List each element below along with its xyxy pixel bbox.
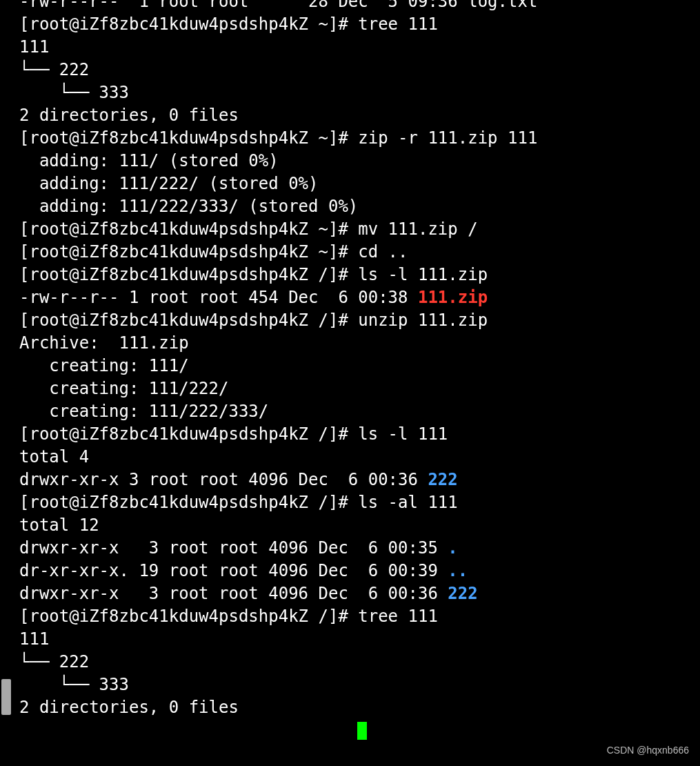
terminal-line: adding: 111/222/ (stored 0%) — [19, 173, 537, 195]
terminal-text: Archive: 111.zip — [19, 333, 189, 353]
terminal-text: adding: 111/222/ (stored 0%) — [19, 174, 318, 193]
scrollbar-thumb[interactable] — [1, 679, 11, 715]
terminal-line: creating: 111/222/333/ — [19, 400, 537, 423]
terminal-line: [root@iZf8zbc41kduw4psdshp4kZ /]# unzip … — [19, 309, 537, 332]
terminal-line: └── 222 — [19, 59, 537, 81]
terminal-text: └── 333 — [19, 675, 129, 694]
terminal-text: [root@iZf8zbc41kduw4psdshp4kZ ~]# tree 1… — [19, 14, 438, 34]
terminal-line: [root@iZf8zbc41kduw4psdshp4kZ ~]# tree 1… — [19, 13, 537, 36]
terminal-line: creating: 111/222/ — [19, 377, 537, 400]
scrollbar-track[interactable] — [0, 0, 15, 766]
terminal-line: -rw-r--r-- 1 root root 454 Dec 6 00:38 1… — [19, 286, 537, 309]
terminal-line: Archive: 111.zip — [19, 332, 537, 355]
terminal-text: [root@iZf8zbc41kduw4psdshp4kZ /]# unzip … — [19, 311, 488, 330]
terminal-text: adding: 111/222/333/ (stored 0%) — [19, 197, 358, 216]
terminal-text: 2 directories, 0 files — [19, 698, 239, 717]
terminal-text: total 4 — [19, 447, 89, 467]
terminal-line: └── 333 — [19, 674, 537, 696]
terminal-line: 111 — [19, 36, 537, 59]
directory-name: 222 — [428, 470, 457, 489]
terminal-text: drwxr-xr-x 3 root root 4096 Dec 6 00:36 — [19, 584, 448, 603]
terminal-text: creating: 111/ — [19, 356, 189, 375]
terminal-line: [root@iZf8zbc41kduw4psdshp4kZ ~]# cd .. — [19, 241, 537, 264]
terminal-text: creating: 111/222/ — [19, 379, 228, 398]
terminal-text: drwxr-xr-x 3 root root 4096 Dec 6 00:36 — [19, 470, 428, 489]
terminal-line: drwxr-xr-x 3 root root 4096 Dec 6 00:36 … — [19, 469, 537, 491]
watermark-text: CSDN @hqxnb666 — [607, 745, 689, 755]
terminal-text: └── 222 — [19, 652, 89, 671]
terminal-line: [root@iZf8zbc41kduw4psdshp4kZ /]# ls -l … — [19, 264, 537, 286]
directory-name: .. — [448, 561, 468, 580]
directory-name: 222 — [448, 584, 477, 603]
terminal-line: └── 222 — [19, 651, 537, 674]
terminal-text: [root@iZf8zbc41kduw4psdshp4kZ /]# ls -al… — [19, 493, 458, 512]
terminal-line: adding: 111/ (stored 0%) — [19, 150, 537, 173]
terminal-text: creating: 111/222/333/ — [19, 402, 268, 421]
terminal-text: -rw-r--r-- 1 root root 454 Dec 6 00:38 — [19, 288, 418, 307]
terminal-text: total 12 — [19, 515, 99, 535]
terminal-line: dr-xr-xr-x. 19 root root 4096 Dec 6 00:3… — [19, 560, 537, 582]
terminal-text: 111 — [19, 629, 49, 649]
terminal-text: [root@iZf8zbc41kduw4psdshp4kZ ~]# zip -r… — [19, 128, 537, 148]
terminal-line: [root@iZf8zbc41kduw4psdshp4kZ ~]# mv 111… — [19, 218, 537, 241]
terminal-text: -rw-r--r-- 1 root root 28 Dec 5 09:36 lo… — [19, 0, 537, 11]
terminal-line: 111 — [19, 628, 537, 651]
terminal-line: [root@iZf8zbc41kduw4psdshp4kZ /]# ls -al… — [19, 491, 537, 514]
terminal-text: [root@iZf8zbc41kduw4psdshp4kZ ~]# cd .. — [19, 242, 408, 262]
terminal-text: 2 directories, 0 files — [19, 106, 239, 125]
terminal-text: drwxr-xr-x 3 root root 4096 Dec 6 00:35 — [19, 538, 448, 558]
terminal-line: [root@iZf8zbc41kduw4psdshp4kZ /]# tree 1… — [19, 605, 537, 628]
terminal-line: adding: 111/222/333/ (stored 0%) — [19, 195, 537, 218]
terminal-line: drwxr-xr-x 3 root root 4096 Dec 6 00:35 … — [19, 537, 537, 560]
terminal-line: total 12 — [19, 514, 537, 537]
terminal-text: └── 222 — [19, 60, 89, 79]
terminal-line: total 4 — [19, 446, 537, 469]
terminal-text: adding: 111/ (stored 0%) — [19, 151, 279, 170]
terminal-text: └── 333 — [19, 83, 129, 102]
terminal-line: [root@iZf8zbc41kduw4psdshp4kZ ~]# zip -r… — [19, 127, 537, 150]
terminal-line: drwxr-xr-x 3 root root 4096 Dec 6 00:36 … — [19, 582, 537, 605]
terminal-line — [19, 719, 537, 742]
terminal-line: 2 directories, 0 files — [19, 696, 537, 719]
terminal-text: [root@iZf8zbc41kduw4psdshp4kZ /]# tree 1… — [19, 607, 438, 626]
terminal-text: 111 — [19, 37, 49, 57]
terminal-text: [root@iZf8zbc41kduw4psdshp4kZ /]# ls -l … — [19, 424, 448, 444]
terminal-line: └── 333 — [19, 81, 537, 104]
terminal-line: -rw-r--r-- 1 root root 28 Dec 5 09:36 lo… — [19, 0, 537, 13]
terminal-output[interactable]: -rw-r--r-- 1 root root 28 Dec 5 09:36 lo… — [19, 0, 537, 742]
terminal-text: dr-xr-xr-x. 19 root root 4096 Dec 6 00:3… — [19, 561, 448, 580]
archive-filename: 111.zip — [418, 288, 488, 307]
terminal-text: [root@iZf8zbc41kduw4psdshp4kZ /]# ls -l … — [19, 265, 488, 284]
directory-name: . — [448, 538, 457, 558]
terminal-line: creating: 111/ — [19, 355, 537, 377]
terminal-text: [root@iZf8zbc41kduw4psdshp4kZ ~]# mv 111… — [19, 219, 478, 239]
terminal-line: [root@iZf8zbc41kduw4psdshp4kZ /]# ls -l … — [19, 423, 537, 446]
terminal-line: 2 directories, 0 files — [19, 104, 537, 127]
terminal-cursor — [357, 722, 367, 740]
